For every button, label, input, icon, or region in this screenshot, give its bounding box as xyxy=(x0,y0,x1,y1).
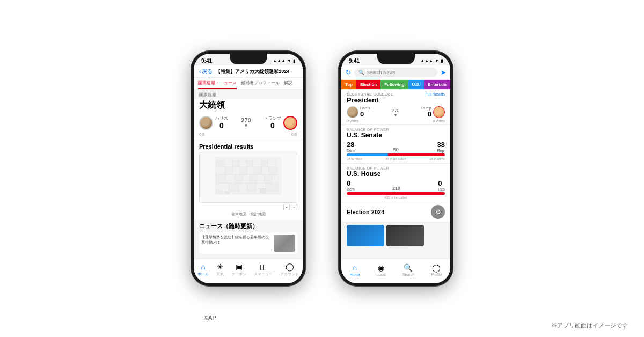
tab-us[interactable]: U.S. xyxy=(408,80,425,89)
ec-title: President xyxy=(347,96,445,104)
trump-votes: 0 xyxy=(264,121,281,130)
harris-name-right: Harris xyxy=(360,106,370,110)
trump-candidate: トランプ 0 xyxy=(264,115,297,130)
senate-dem: 28 xyxy=(347,141,355,149)
harris-votes: 0 xyxy=(215,121,228,130)
svg-rect-10 xyxy=(225,167,233,175)
harris-name: ハリス xyxy=(215,115,228,121)
svg-rect-14 xyxy=(254,167,262,175)
electoral-mid: 270 ▼ xyxy=(391,108,399,117)
nav-home-right[interactable]: ⌂ Home xyxy=(350,263,360,276)
status-time-right: 9:41 xyxy=(349,58,360,64)
local-icon-right: ◉ xyxy=(378,263,384,272)
status-icons-right: ▲▲▲ ▼ ▮ xyxy=(420,58,443,63)
svg-rect-3 xyxy=(232,160,239,167)
house-rep: 0 xyxy=(438,179,445,187)
battery-icon-r: ▮ xyxy=(441,58,443,63)
search-placeholder: Search News xyxy=(367,70,396,75)
tab-top[interactable]: Top xyxy=(341,80,356,89)
nav-account[interactable]: ◯ アカウント xyxy=(280,262,299,277)
votes-right: 0票 xyxy=(291,132,297,137)
svg-rect-22 xyxy=(257,175,264,184)
tab-entertain[interactable]: Entertain xyxy=(424,80,450,89)
senate-numbers: 28 Dem 50 38 Rep xyxy=(347,141,445,152)
svg-rect-9 xyxy=(216,167,225,175)
nav-local-right[interactable]: ◉ Local xyxy=(377,263,386,276)
signal-icon: ▲▲▲ xyxy=(273,58,286,63)
news-item-left[interactable]: 【選挙情勢を読む】鍵を握る若年層の投票行動とは xyxy=(199,232,297,254)
left-phone: 9:41 ▲▲▲ ▼ ▮ ‹ 戻る 【特集】アメリカ大統領選挙2024 開票速報… xyxy=(191,50,306,287)
electoral-section: ELECTORAL COLLEGE Full Results President… xyxy=(341,90,450,125)
tab-profile[interactable]: 候補者プロフィール xyxy=(241,80,280,89)
svg-rect-29 xyxy=(256,184,266,188)
election2024-label: Election 2024 xyxy=(347,209,384,215)
votes-left-right: 0 votes xyxy=(347,119,359,123)
svg-rect-5 xyxy=(246,160,253,167)
tab-election[interactable]: Election xyxy=(356,80,380,89)
ec-votes-row: 0 votes 0 votes xyxy=(347,119,445,123)
ec-label: ELECTORAL COLLEGE xyxy=(347,92,393,96)
svg-rect-20 xyxy=(242,175,250,184)
svg-rect-19 xyxy=(235,175,242,184)
map-legend: 全米地図 統計地図 xyxy=(199,211,297,217)
refresh-icon[interactable]: ↻ xyxy=(346,69,351,76)
nav-search-right[interactable]: 🔍 Search xyxy=(402,263,414,276)
news-thumb-1[interactable] xyxy=(347,225,384,246)
nav-search-label-right: Search xyxy=(402,273,414,276)
svg-rect-28 xyxy=(247,184,256,192)
svg-rect-15 xyxy=(262,167,269,175)
senate-sub-left: 28 in office xyxy=(347,157,362,160)
search-icon: 🔍 xyxy=(358,70,364,75)
wifi-icon-r: ▼ xyxy=(435,58,439,63)
nav-profile-right[interactable]: ◯ Profile xyxy=(431,263,442,276)
svg-rect-21 xyxy=(250,175,257,184)
news-section-left: ニュース（随時更新） 【選挙情勢を読む】鍵を握る若年層の投票行動とは xyxy=(194,220,303,256)
house-dem: 0 xyxy=(347,179,355,187)
nav-smanews[interactable]: ◫ スマニュー xyxy=(254,262,273,277)
notch-right xyxy=(377,54,415,64)
senate-rep: 38 xyxy=(437,141,445,149)
legend-stats[interactable]: 統計地図 xyxy=(251,211,266,217)
gear-icon: ⚙ xyxy=(435,208,441,216)
ec-full-results[interactable]: Full Results xyxy=(425,92,445,96)
tab-news[interactable]: 開票速報・ニュース xyxy=(198,80,237,89)
tab-explain[interactable]: 解説 xyxy=(284,80,292,89)
right-phone: 9:41 ▲▲▲ ▼ ▮ ↻ 🔍 Search News ➤ Top Elec xyxy=(338,50,453,287)
trump-votes-right: 0 xyxy=(421,110,431,118)
svg-point-34 xyxy=(228,192,230,194)
map-title: Presidential results xyxy=(199,143,297,150)
news-thumb-2[interactable] xyxy=(386,225,424,246)
house-progress-bar xyxy=(347,192,445,195)
senate-label: BALANCE OF POWER xyxy=(347,128,445,131)
search-input[interactable]: 🔍 Search News xyxy=(354,68,437,77)
news-thumbnail xyxy=(274,235,295,252)
svg-rect-12 xyxy=(240,167,247,175)
notch xyxy=(230,54,267,64)
nav-home[interactable]: ⌂ ホーム xyxy=(197,262,209,277)
senate-sub-right: 38 in office xyxy=(429,157,445,160)
svg-rect-13 xyxy=(247,167,254,175)
senate-bar-rep xyxy=(389,153,445,156)
votes-right-right: 0 votes xyxy=(433,119,445,123)
bottom-nav-right: ⌂ Home ◉ Local 🔍 Search ◯ Profile xyxy=(341,259,450,283)
nav-home-label: ホーム xyxy=(197,272,209,277)
nav-bar-left: ‹ 戻る 【特集】アメリカ大統領選挙2024 xyxy=(194,65,303,78)
back-button[interactable]: ‹ 戻る xyxy=(199,68,213,75)
svg-rect-6 xyxy=(253,160,261,167)
settings-button[interactable]: ⚙ xyxy=(431,205,445,219)
nav-coupon[interactable]: ▣ クーポン xyxy=(231,262,246,277)
senate-progress-bar xyxy=(347,153,445,156)
tab-following[interactable]: Following xyxy=(380,80,408,89)
chevron-left-icon: ‹ xyxy=(199,69,201,75)
legend-all[interactable]: 全米地図 xyxy=(231,211,246,217)
nav-weather[interactable]: ☀ 天気 xyxy=(216,262,224,277)
trump-right: Trump 0 xyxy=(421,106,445,118)
send-icon[interactable]: ➤ xyxy=(441,69,446,76)
trump-avatar xyxy=(283,116,297,130)
election2024-section: Election 2024 ⚙ xyxy=(341,202,450,222)
senate-title: U.S. Senate xyxy=(347,131,445,139)
btn-zoomin[interactable]: + xyxy=(283,204,290,210)
btn-zoomout[interactable]: − xyxy=(291,204,297,210)
senate-sub-mid: 34 to be called xyxy=(385,157,406,160)
svg-rect-16 xyxy=(268,167,277,175)
